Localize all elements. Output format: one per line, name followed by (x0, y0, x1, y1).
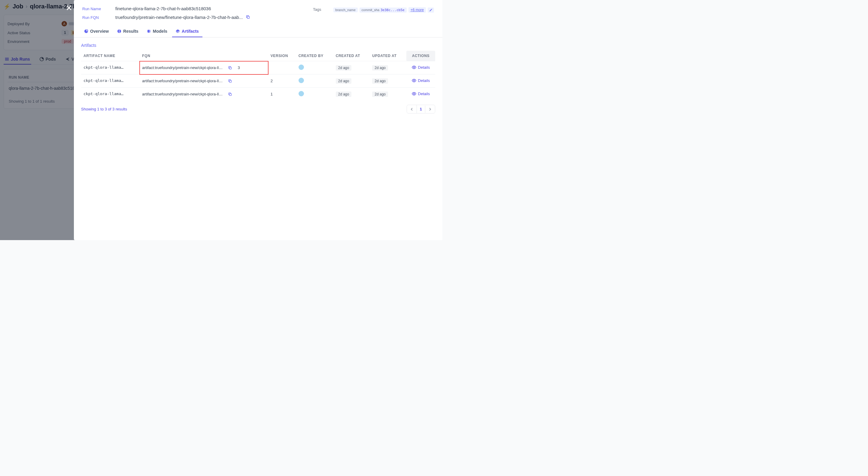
next-page-button[interactable] (425, 106, 435, 113)
run-fqn-label: Run FQN (82, 15, 115, 20)
details-button[interactable]: Details (412, 78, 430, 83)
column-header-updated-at: UPDATED AT (370, 51, 406, 61)
created-at-badge: 2d ago (336, 65, 352, 71)
column-header-actions: ACTIONS (406, 51, 435, 61)
artifact-version: 3 (238, 65, 240, 70)
prev-page-button[interactable] (407, 106, 416, 113)
pie-icon (84, 29, 88, 33)
column-header-fqn: FQN (140, 51, 268, 61)
close-button[interactable] (66, 5, 72, 11)
section-title: Artifacts (81, 43, 435, 48)
box-icon (176, 29, 180, 33)
brain-icon (147, 29, 151, 33)
svg-point-18 (413, 93, 414, 94)
tab-results[interactable]: Results (114, 26, 142, 37)
panel-tabs: Overview Results Models Artifacts (74, 26, 442, 37)
table-row[interactable]: ckpt-qlora-llama-2-7b... artifact:truefo… (81, 88, 435, 101)
copy-icon (228, 66, 232, 70)
artifact-name: ckpt-qlora-llama-2-7b... (84, 65, 126, 70)
copy-fqn-button[interactable] (228, 66, 232, 70)
tab-artifacts[interactable]: Artifacts (172, 26, 203, 37)
artifact-fqn: artifact:truefoundry/pretrain-new/ckpt-q… (142, 92, 223, 96)
split-icon (117, 29, 121, 33)
run-details-panel: Run Name finetune-qlora-llama-2-7b-chat-… (74, 0, 442, 240)
tab-models[interactable]: Models (143, 26, 171, 37)
page-number[interactable]: 1 (416, 105, 425, 113)
tag-branch[interactable]: branch_name (333, 7, 358, 12)
tags-label: Tags (313, 7, 321, 12)
pencil-icon (429, 8, 433, 12)
panel-body: Artifacts ARTIFACT NAME FQN VERSION CREA… (74, 37, 442, 119)
artifact-fqn: artifact:truefoundry/pretrain-new/ckpt-q… (142, 65, 223, 70)
copy-icon (228, 92, 232, 96)
svg-rect-11 (229, 67, 231, 69)
artifact-version: 2 (268, 74, 296, 88)
copy-fqn-button[interactable] (246, 15, 250, 19)
updated-at-badge: 2d ago (372, 65, 388, 71)
column-header-created-by: CREATED BY (296, 51, 333, 61)
run-name-value: finetune-qlora-llama-2-7b-chat-h-aab83c5… (115, 6, 211, 11)
eye-icon (412, 92, 416, 96)
details-button[interactable]: Details (412, 65, 430, 70)
copy-fqn-button[interactable] (228, 79, 232, 83)
artifact-name: ckpt-qlora-llama-2-7b... (84, 78, 126, 83)
more-tags-link[interactable]: +6 more (408, 7, 426, 12)
close-icon (66, 5, 72, 11)
tag-commit[interactable]: commit_sha3e38c...cb5e (360, 7, 407, 12)
avatar (299, 65, 304, 70)
table-row[interactable]: ckpt-qlora-llama-2-7b... artifact:truefo… (81, 61, 435, 74)
edit-tags-button[interactable] (428, 7, 434, 12)
pagination: 1 (407, 105, 435, 113)
artifact-version: 1 (268, 88, 296, 101)
panel-header: Run Name finetune-qlora-llama-2-7b-chat-… (74, 0, 442, 26)
created-at-badge: 2d ago (336, 92, 352, 97)
copy-fqn-button[interactable] (228, 92, 232, 96)
svg-rect-17 (229, 94, 231, 96)
svg-point-9 (149, 30, 151, 33)
details-button[interactable]: Details (412, 92, 430, 96)
table-footer: Showing 1 to 3 of 3 results 1 (81, 105, 435, 113)
results-text: Showing 1 to 3 of 3 results (81, 107, 127, 111)
artifacts-table: ARTIFACT NAME FQN VERSION CREATED BY CRE… (81, 51, 435, 101)
artifact-fqn: artifact:truefoundry/pretrain-new/ckpt-q… (142, 79, 223, 83)
table-row[interactable]: ckpt-qlora-llama-2-7b... artifact:truefo… (81, 74, 435, 88)
updated-at-badge: 2d ago (372, 78, 388, 84)
column-header-created-at: CREATED AT (333, 51, 370, 61)
svg-rect-7 (119, 29, 120, 33)
column-header-name: ARTIFACT NAME (81, 51, 140, 61)
svg-rect-14 (229, 80, 231, 82)
updated-at-badge: 2d ago (372, 92, 388, 97)
created-at-badge: 2d ago (336, 78, 352, 84)
eye-icon (412, 65, 416, 70)
run-name-label: Run Name (82, 7, 115, 11)
svg-point-12 (413, 67, 414, 68)
svg-point-15 (413, 80, 414, 81)
chevron-right-icon (428, 107, 432, 111)
avatar (299, 78, 304, 83)
copy-icon (228, 79, 232, 83)
run-fqn-value: truefoundry/pretrain-new/finetune-qlora-… (115, 15, 243, 20)
chevron-left-icon (410, 107, 413, 111)
eye-icon (412, 78, 416, 83)
artifact-name: ckpt-qlora-llama-2-7b... (84, 92, 126, 96)
column-header-version: VERSION (268, 51, 296, 61)
copy-icon (246, 15, 250, 19)
svg-rect-5 (247, 16, 250, 18)
avatar (299, 91, 304, 96)
tab-overview[interactable]: Overview (81, 26, 112, 37)
